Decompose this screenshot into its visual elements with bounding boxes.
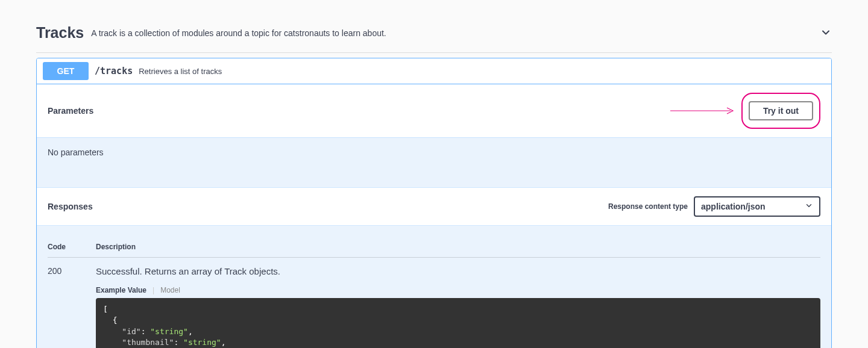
tab-example-value[interactable]: Example Value	[96, 286, 153, 294]
no-parameters-text: No parameters	[48, 148, 104, 157]
operation-description: Retrieves a list of tracks	[139, 67, 222, 76]
response-code: 200	[48, 266, 96, 348]
responses-body: Code Description 200 Successful. Returns…	[37, 226, 831, 348]
content-type-label: Response content type	[608, 202, 688, 211]
tag-description: A track is a collection of modules aroun…	[91, 28, 832, 38]
description-column-header: Description	[96, 243, 820, 251]
tag-title: Tracks	[36, 24, 84, 42]
tag-header[interactable]: Tracks A track is a collection of module…	[36, 18, 832, 53]
code-column-header: Code	[48, 243, 96, 251]
content-type-select[interactable]: application/json	[694, 196, 820, 217]
parameters-heading: Parameters	[48, 106, 93, 116]
response-description: Successful. Returns an array of Track ob…	[96, 266, 820, 276]
chevron-down-icon	[820, 26, 832, 40]
annotation-arrow	[670, 107, 737, 115]
response-row: 200 Successful. Returns an array of Trac…	[48, 258, 820, 348]
responses-header: Responses Response content type applicat…	[37, 187, 831, 226]
operation-path: /tracks	[95, 66, 133, 76]
tab-model[interactable]: Model	[160, 286, 180, 294]
operation-summary[interactable]: GET /tracks Retrieves a list of tracks	[37, 58, 831, 84]
try-it-out-highlight: Try it out	[741, 93, 820, 129]
try-it-out-button[interactable]: Try it out	[749, 101, 813, 120]
parameters-header: Parameters Try it out	[37, 84, 831, 138]
example-code-block[interactable]: [ { "id": "string", "thumbnail": "string…	[96, 298, 820, 348]
http-method-badge: GET	[43, 62, 89, 80]
operation-block: GET /tracks Retrieves a list of tracks P…	[36, 58, 832, 348]
parameters-body: No parameters	[37, 138, 831, 187]
responses-heading: Responses	[48, 202, 93, 211]
